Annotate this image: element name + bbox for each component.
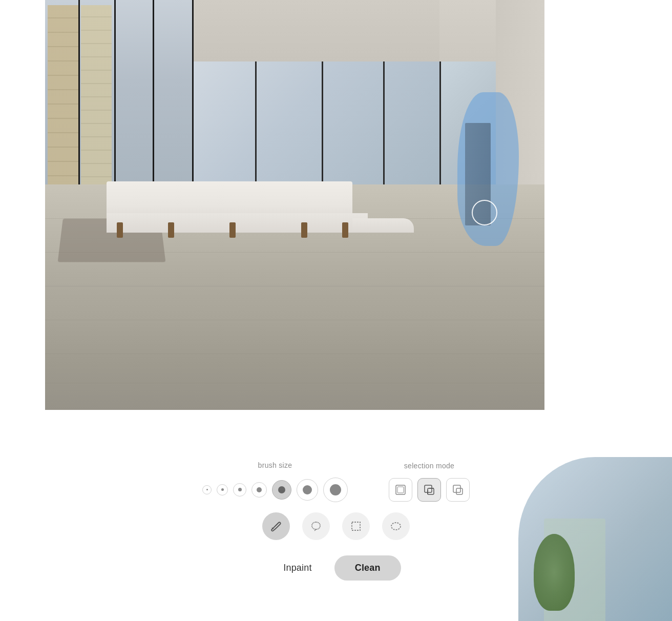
brush-size-md-sm[interactable] xyxy=(233,483,246,496)
lasso-icon xyxy=(309,520,323,533)
svg-point-9 xyxy=(391,523,401,530)
brush-size-lg[interactable] xyxy=(297,479,318,501)
sofa xyxy=(107,166,393,238)
inpaint-button[interactable]: Inpaint xyxy=(271,556,324,579)
clean-button[interactable]: Clean xyxy=(334,555,401,581)
subtract-selection-icon xyxy=(452,484,464,496)
brush-tool-btn[interactable] xyxy=(262,512,290,540)
rect-select-icon xyxy=(349,520,363,533)
controls-row: brush size xyxy=(202,461,470,502)
selection-mode-group: selection mode xyxy=(389,462,470,502)
selection-add-btn[interactable] xyxy=(417,478,441,502)
svg-rect-1 xyxy=(397,487,404,493)
svg-rect-3 xyxy=(428,488,434,494)
tool-row xyxy=(262,512,410,540)
action-row: Inpaint Clean xyxy=(271,555,401,581)
selection-mode-label: selection mode xyxy=(404,462,454,470)
brush-icon xyxy=(269,520,283,533)
brush-size-group: brush size xyxy=(202,461,348,502)
brush-size-sm[interactable] xyxy=(217,484,228,495)
inpaint-mask xyxy=(452,92,524,256)
selection-modes-container xyxy=(389,478,470,502)
brush-size-xl[interactable] xyxy=(323,478,348,502)
svg-rect-7 xyxy=(456,488,463,494)
new-selection-icon xyxy=(394,484,407,496)
brush-size-label: brush size xyxy=(258,461,292,469)
brush-size-lg-sm[interactable] xyxy=(272,480,291,500)
image-canvas[interactable] xyxy=(0,0,672,410)
ellipse-select-btn[interactable] xyxy=(382,512,410,540)
brush-size-md[interactable] xyxy=(251,482,267,498)
rect-select-btn[interactable] xyxy=(342,512,370,540)
brush-cursor xyxy=(472,200,497,225)
selection-subtract-btn[interactable] xyxy=(446,478,470,502)
ellipse-select-icon xyxy=(389,520,403,533)
svg-rect-8 xyxy=(352,522,360,530)
peek-image xyxy=(518,457,672,621)
add-selection-icon xyxy=(423,484,435,496)
upper-wall-center xyxy=(194,0,439,61)
room-photo xyxy=(45,0,544,410)
brush-size-xs[interactable] xyxy=(202,485,212,494)
selection-new-btn[interactable] xyxy=(389,478,412,502)
brush-sizes-container xyxy=(202,478,348,502)
lasso-tool-btn[interactable] xyxy=(302,512,330,540)
